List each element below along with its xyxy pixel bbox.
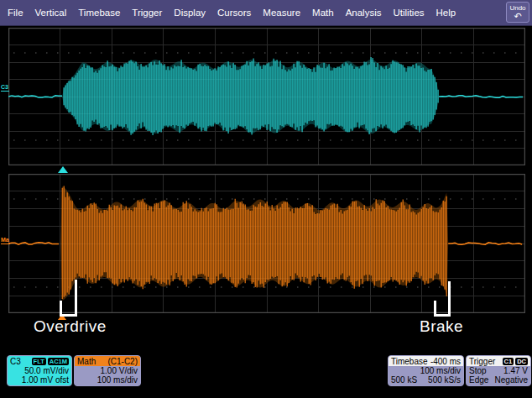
c3-descriptor-title: C3 (10, 357, 21, 366)
c3-volts-per-div: 50.0 mV/div (8, 366, 71, 375)
menu-item-help[interactable]: Help (436, 8, 456, 18)
math-descriptor-box[interactable]: Math (C1-C2) 1.00 V/div 100 ms/div (74, 355, 141, 386)
brake-bracket-right (448, 281, 451, 317)
c3-descriptor-box[interactable]: C3 FLTAC1M 50.0 mV/div 1.00 mV ofst (7, 355, 72, 386)
overdrive-bracket-right (75, 280, 77, 317)
timebase-rate: 500 kS/s (428, 375, 461, 385)
c3-badge-flt: FLT (32, 358, 46, 365)
overdrive-bracket (60, 280, 77, 317)
trigger-descriptor-box[interactable]: Trigger C1DC Stop 1.47 V Edge Negative (466, 355, 531, 386)
trigger-mode: Stop (469, 366, 487, 375)
menu-item-timebase[interactable]: Timebase (78, 8, 120, 18)
math-operator: (C1-C2) (107, 357, 138, 366)
c3-coupling-badges: FLTAC1M (32, 358, 69, 365)
brake-label: Brake (420, 317, 463, 336)
menu-item-cursors[interactable]: Cursors (217, 8, 251, 18)
trigger-badge-dc: DC (515, 358, 528, 365)
undo-arrow-icon: ↶ (514, 12, 521, 20)
menu-item-trigger[interactable]: Trigger (132, 8, 162, 18)
timebase-descriptor-box[interactable]: Timebase -400 ms 100 ms/div 500 kS 500 k… (388, 355, 464, 386)
c3-badge-ac1m: AC1M (48, 358, 69, 365)
math-time-per-div: 100 ms/div (75, 375, 140, 385)
trigger-badge-c1: C1 (503, 358, 514, 365)
math-volts-per-div: 1.00 V/div (75, 366, 140, 375)
menu-items: FileVerticalTimebaseTriggerDisplayCursor… (0, 8, 456, 18)
timebase-title: Timebase (391, 357, 428, 366)
timebase-samples: 500 kS (391, 375, 417, 385)
oscilloscope-screen: FileVerticalTimebaseTriggerDisplayCursor… (0, 0, 532, 398)
trigger-type: Edge (469, 375, 488, 385)
timebase-offset: -400 ms (430, 357, 461, 366)
c3-offset: 1.00 mV ofst (8, 375, 71, 385)
menu-item-vertical[interactable]: Vertical (35, 8, 67, 18)
trigger-title: Trigger (469, 357, 495, 366)
brake-bracket-bottom (434, 314, 451, 317)
menu-item-analysis[interactable]: Analysis (346, 8, 382, 18)
c3-trace-zero-label[interactable]: C3 (1, 84, 9, 92)
menu-item-file[interactable]: File (8, 8, 23, 18)
c3-waveform-grid (8, 28, 525, 165)
menu-item-measure[interactable]: Measure (263, 8, 300, 18)
menu-item-display[interactable]: Display (174, 8, 206, 18)
c3-trigger-time-marker-icon[interactable] (58, 166, 68, 173)
math-descriptor-title: Math (77, 357, 96, 366)
math-trace-zero-label[interactable]: Ma (1, 237, 10, 244)
overdrive-bracket-bottom (60, 314, 77, 317)
overdrive-label: Overdrive (34, 317, 107, 336)
menu-item-utilities[interactable]: Utilities (393, 8, 424, 18)
trigger-slope: Negative (495, 375, 528, 385)
trigger-source-badges: C1DC (503, 358, 528, 365)
undo-button[interactable]: Undo ↶ (506, 2, 529, 23)
trigger-level: 1.47 V (503, 366, 528, 375)
menu-item-math[interactable]: Math (312, 8, 334, 18)
menu-bar: FileVerticalTimebaseTriggerDisplayCursor… (0, 0, 532, 26)
timebase-per-div: 100 ms/div (389, 366, 463, 375)
brake-bracket (434, 281, 451, 317)
